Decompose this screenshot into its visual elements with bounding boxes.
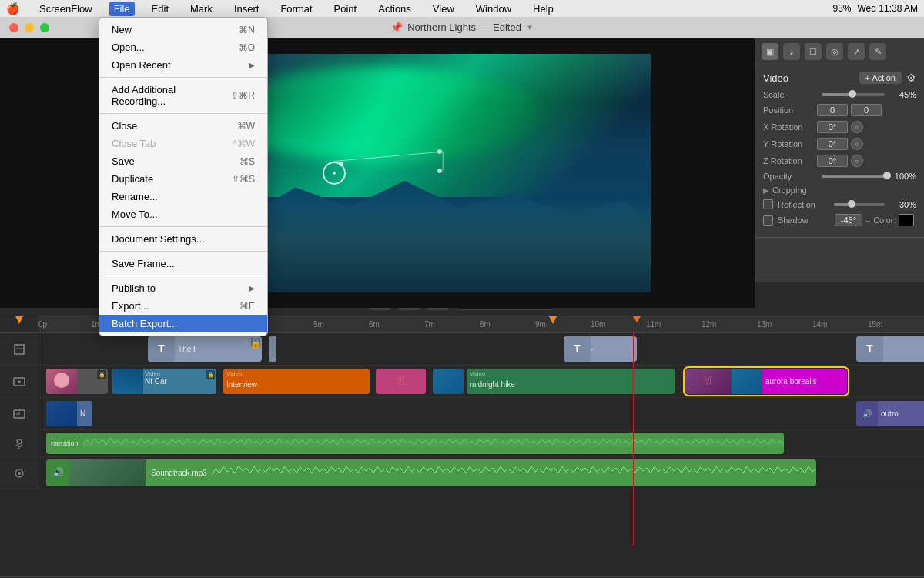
narration-waveform: // Generate waveform bars <box>83 433 784 453</box>
video-clip-portrait[interactable]: 🔒 <box>46 369 108 394</box>
reflection-checkbox[interactable] <box>763 199 773 209</box>
menu-item-close[interactable]: Close ⌘W <box>99 117 267 135</box>
menu-item-rename[interactable]: Rename... <box>99 188 267 205</box>
apple-menu[interactable]: 🍎 <box>6 2 19 15</box>
outro-label: outro <box>878 408 902 419</box>
menu-help[interactable]: Help <box>528 2 558 16</box>
timeline-area: 0p 1m 2m 3m 4m 5m 6m 7m 8m 9m 10m 11m 12… <box>0 316 924 576</box>
position-x-input[interactable] <box>817 104 848 116</box>
menu-mark[interactable]: Mark <box>186 2 217 16</box>
anchor-point-1[interactable] <box>339 162 343 166</box>
right-panel: ▣ ♪ ☐ ◎ ↗ ✎ Video + Action ⚙ Scale <box>755 38 924 282</box>
track-narration: narration // Generate waveform bars <box>0 430 924 457</box>
aurora-photo-thumb <box>732 369 762 394</box>
cropping-label: Cropping <box>772 185 807 195</box>
x-rotation-dial[interactable]: ○ <box>851 121 863 133</box>
media-clip-outro[interactable]: 🔊 outro <box>856 401 924 426</box>
menu-item-publish[interactable]: Publish to ▶ <box>99 279 267 297</box>
z-rotation-dial[interactable]: ○ <box>851 155 863 167</box>
panel-icon-callout[interactable]: ☐ <box>805 43 822 60</box>
minimize-button[interactable] <box>25 23 34 32</box>
media-clip-n[interactable]: N <box>46 401 92 426</box>
ruler-mark-9m: 9m <box>535 320 546 329</box>
menu-item-document-settings[interactable]: Document Settings... <box>99 230 267 248</box>
track-icon <box>13 343 25 356</box>
position-y-input[interactable] <box>851 104 882 116</box>
menu-item-add-recording[interactable]: Add Additional Recording... ⇧⌘R <box>99 81 267 110</box>
opacity-value: 100% <box>889 172 916 181</box>
video-clip-nt-car[interactable]: Video Nt Car 🔒 <box>112 369 216 394</box>
video-clip-a-icon[interactable]: 𝔄 <box>376 369 426 394</box>
video-badge-interview: Video <box>226 370 242 377</box>
menu-edit[interactable]: Edit <box>147 2 173 16</box>
menu-point[interactable]: Point <box>330 2 362 16</box>
video-badge-1: Video <box>145 370 160 377</box>
menu-item-batch-export[interactable]: Batch Export... <box>99 315 267 332</box>
reflection-slider[interactable] <box>834 203 886 206</box>
panel-icon-motion[interactable]: ↗ <box>848 43 865 60</box>
panel-icon-video[interactable]: ▣ <box>762 43 778 60</box>
video-clip-midnight-hike[interactable]: Video midnight hike <box>467 369 675 394</box>
title-chevron-icon[interactable]: ▼ <box>526 23 534 32</box>
gear-button[interactable]: ⚙ <box>906 72 916 84</box>
narration-clip[interactable]: narration // Generate waveform bars <box>46 433 784 453</box>
scale-value: 45% <box>889 90 916 99</box>
scale-slider[interactable] <box>822 93 885 96</box>
ruler-mark-7m: 7m <box>424 320 435 329</box>
clock: Wed 11:38 AM <box>858 3 919 14</box>
cropping-property[interactable]: ▶ Cropping <box>763 185 916 195</box>
menu-screenflow[interactable]: ScreenFlow <box>35 2 97 16</box>
title-clip-1[interactable]: T The t 🔒 <box>148 336 262 362</box>
opacity-slider[interactable] <box>822 175 885 178</box>
x-rotation-input[interactable] <box>817 121 848 133</box>
title-clip-2-label: - <box>591 345 593 353</box>
video-clip-interview[interactable]: Video Interview <box>223 369 370 394</box>
track-2-label <box>0 366 38 397</box>
title-clip-2[interactable]: T - <box>564 336 637 362</box>
menu-file[interactable]: File <box>109 2 135 16</box>
timeline-tracks-container: T The t 🔒 T - T <box>0 333 924 546</box>
soundtrack-clip[interactable]: 🔊 Soundtrack.mp3 <box>46 459 816 486</box>
video-clip-nl-thumb[interactable] <box>433 369 464 394</box>
title-clip-3[interactable]: T <box>856 336 924 362</box>
title-clip-1-label: The t <box>175 343 199 355</box>
menu-item-export[interactable]: Export... ⌘E <box>99 297 267 315</box>
clip-badge-1: 🔒 <box>97 370 106 379</box>
menu-view[interactable]: View <box>428 2 459 16</box>
close-button[interactable] <box>9 23 18 32</box>
shadow-color-swatch[interactable] <box>899 214 914 226</box>
playhead-indicator-top <box>633 316 641 322</box>
anchor-point-3[interactable] <box>437 169 442 173</box>
maximize-button[interactable] <box>40 23 49 32</box>
menu-item-save-frame[interactable]: Save Frame... <box>99 255 267 272</box>
z-rotation-input[interactable] <box>817 155 848 167</box>
video-badge-hike: Video <box>470 370 485 377</box>
menu-item-open[interactable]: Open... ⌘O <box>99 38 267 56</box>
menu-insert[interactable]: Insert <box>229 2 264 16</box>
menu-item-duplicate[interactable]: Duplicate ⇧⌘S <box>99 170 267 188</box>
y-rotation-input[interactable] <box>817 138 848 150</box>
menu-item-new[interactable]: New ⌘N <box>99 21 267 38</box>
panel-icon-filter[interactable]: ✎ <box>869 43 886 60</box>
a-icon-display: 𝔄 <box>376 369 426 394</box>
menu-item-save[interactable]: Save ⌘S <box>99 152 267 170</box>
menu-item-move-to[interactable]: Move To... <box>99 205 267 223</box>
y-rotation-dial[interactable]: ○ <box>851 138 863 150</box>
file-dropdown-menu: New ⌘N Open... ⌘O Open Recent ▶ Add Addi… <box>99 17 268 336</box>
menu-format[interactable]: Format <box>276 2 316 16</box>
shadow-checkbox[interactable] <box>763 215 773 226</box>
video-clip-aurora-borealis[interactable]: 𝔄 aurora borealis <box>685 369 847 394</box>
track-media: N 🔊 outro <box>0 398 924 430</box>
panel-icon-audio[interactable]: ♪ <box>783 43 800 60</box>
reflection-value: 30% <box>889 200 916 209</box>
panel-icon-annotation[interactable]: ◎ <box>826 43 843 60</box>
menu-window[interactable]: Window <box>471 2 516 16</box>
action-button[interactable]: + Action <box>859 72 902 84</box>
z-rotation-property: Z Rotation ○ <box>763 155 916 167</box>
separator-5 <box>99 276 267 276</box>
shadow-angle-input[interactable] <box>835 214 862 226</box>
menu-actions[interactable]: Actions <box>373 2 416 16</box>
separator-4 <box>99 251 267 252</box>
aurora-thumb: 𝔄 <box>685 369 732 394</box>
menu-item-open-recent[interactable]: Open Recent ▶ <box>99 56 267 74</box>
